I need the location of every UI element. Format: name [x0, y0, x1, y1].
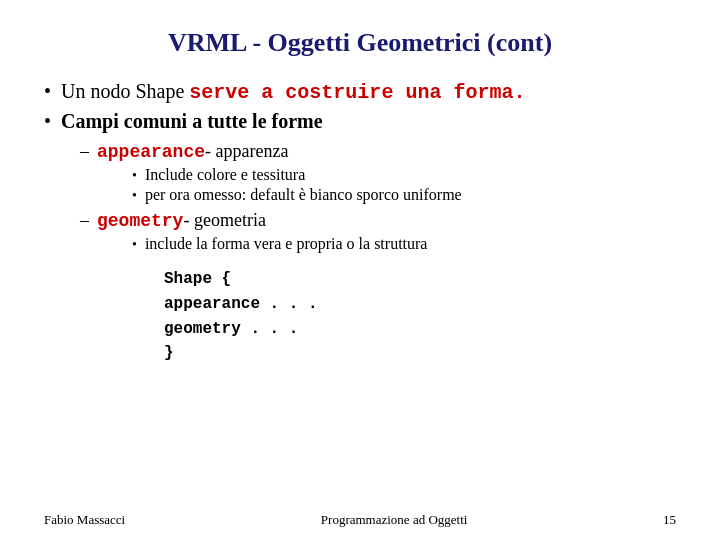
- slide-title: VRML - Oggetti Geometrici (cont): [44, 28, 676, 58]
- sub-section-geometry: geometry - geometria include la forma ve…: [80, 210, 676, 253]
- code-block: Shape { appearance . . . geometry . . . …: [164, 267, 676, 366]
- bullet1-text: Un nodo Shape serve a costruire una form…: [61, 80, 525, 104]
- geometry-sub-bullets: include la forma vera e propria o la str…: [132, 235, 676, 253]
- appearance-sub-bullets: Include colore e tessitura per ora omess…: [132, 166, 676, 204]
- footer-page: 15: [663, 512, 676, 528]
- bullet2-text: Campi comuni a tutte le forme: [61, 110, 323, 133]
- footer-title: Programmazione ad Oggetti: [125, 512, 663, 528]
- geometry-label: geometry: [97, 211, 183, 231]
- appearance-bullet-2: per ora omesso: default è bianco sporco …: [132, 186, 676, 204]
- geometry-desc: - geometria: [183, 210, 265, 231]
- bullet-item-2: Campi comuni a tutte le forme: [44, 110, 676, 133]
- code-line-3: geometry . . .: [164, 317, 676, 342]
- bullet1-code: serve a costruire una forma.: [189, 81, 525, 104]
- main-bullet-list: Un nodo Shape serve a costruire una form…: [44, 80, 676, 133]
- geometry-bullet-1: include la forma vera e propria o la str…: [132, 235, 676, 253]
- geometry-item: geometry - geometria: [80, 210, 676, 231]
- code-line-2: appearance . . .: [164, 292, 676, 317]
- appearance-item: appearance - apparenza: [80, 141, 676, 162]
- slide: VRML - Oggetti Geometrici (cont) Un nodo…: [0, 0, 720, 540]
- bullet1-prefix: Un nodo Shape: [61, 80, 189, 102]
- appearance-desc: - apparenza: [205, 141, 288, 162]
- appearance-bullet-1: Include colore e tessitura: [132, 166, 676, 184]
- appearance-label: appearance: [97, 142, 205, 162]
- sub-section-appearance: appearance - apparenza Include colore e …: [80, 141, 676, 204]
- footer-author: Fabio Massacci: [44, 512, 125, 528]
- slide-footer: Fabio Massacci Programmazione ad Oggetti…: [0, 512, 720, 528]
- bullet-item-1: Un nodo Shape serve a costruire una form…: [44, 80, 676, 104]
- code-line-4: }: [164, 341, 676, 366]
- code-line-1: Shape {: [164, 267, 676, 292]
